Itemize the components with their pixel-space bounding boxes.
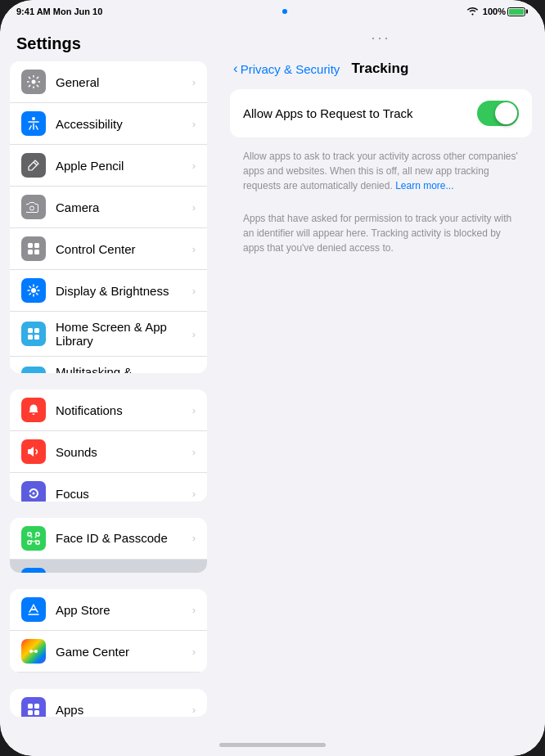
sidebar-item-apps[interactable]: Apps › bbox=[10, 689, 207, 717]
svg-rect-23 bbox=[28, 541, 31, 544]
back-chevron-icon: ‹ bbox=[233, 61, 238, 77]
sidebar-item-app-store[interactable]: App Store › bbox=[10, 589, 207, 631]
status-time: 9:41 AM Mon Jun 10 bbox=[16, 7, 102, 16]
accessibility-chevron: › bbox=[192, 118, 196, 130]
sidebar-item-control-center[interactable]: Control Center › bbox=[10, 228, 207, 270]
game-center-chevron: › bbox=[192, 646, 196, 658]
home-screen-icon bbox=[21, 322, 46, 346]
svg-point-1 bbox=[32, 117, 35, 120]
sidebar-item-accessibility[interactable]: Accessibility › bbox=[10, 103, 207, 145]
accessibility-label: Accessibility bbox=[56, 117, 123, 131]
panel-title: Tracking bbox=[351, 61, 408, 77]
sidebar-item-multitasking[interactable]: Multitasking & Gestures › bbox=[10, 357, 207, 373]
svg-rect-31 bbox=[28, 704, 33, 709]
general-icon bbox=[21, 70, 46, 94]
allow-apps-toggle[interactable] bbox=[477, 101, 519, 126]
sidebar-item-general[interactable]: General › bbox=[10, 61, 207, 103]
back-label: Privacy & Security bbox=[241, 62, 340, 76]
focus-chevron: › bbox=[192, 488, 196, 500]
sidebar-item-sounds[interactable]: Sounds › bbox=[10, 431, 207, 473]
sounds-chevron: › bbox=[192, 446, 196, 458]
status-right: 100% bbox=[466, 7, 525, 17]
sidebar-item-camera[interactable]: Camera › bbox=[10, 187, 207, 228]
svg-rect-3 bbox=[28, 243, 33, 248]
wifi-icon bbox=[466, 7, 479, 17]
sidebar-item-face-id[interactable]: Face ID & Passcode › bbox=[10, 518, 207, 560]
sidebar-group-1: General › Accessibility › bbox=[10, 61, 207, 373]
focus-icon bbox=[21, 481, 46, 501]
sidebar-item-home-screen[interactable]: Home Screen & App Library › bbox=[10, 312, 207, 357]
svg-rect-34 bbox=[34, 710, 39, 715]
toggle-knob bbox=[495, 102, 517, 124]
general-chevron: › bbox=[192, 76, 196, 88]
sidebar-item-game-center[interactable]: Game Center › bbox=[10, 631, 207, 673]
panel-body: Allow Apps to Request to Track Allow app… bbox=[217, 89, 545, 733]
svg-point-0 bbox=[32, 80, 36, 84]
home-screen-chevron: › bbox=[192, 328, 196, 340]
display-brightness-icon bbox=[21, 278, 46, 303]
sounds-label: Sounds bbox=[56, 445, 97, 459]
description-1-text: Allow apps to ask to track your activity… bbox=[243, 149, 519, 193]
home-bar bbox=[219, 743, 326, 747]
apps-label: Apps bbox=[56, 703, 83, 717]
sidebar-group-4: App Store › Game Center › bbox=[10, 589, 207, 673]
control-center-label: Control Center bbox=[56, 242, 136, 256]
sidebar-item-apple-pencil[interactable]: Apple Pencil › bbox=[10, 145, 207, 187]
svg-point-19 bbox=[33, 493, 35, 495]
sidebar-group-3: Face ID & Passcode › Privacy & Security … bbox=[10, 518, 207, 574]
focus-label: Focus bbox=[56, 487, 89, 501]
sidebar-group-5: Apps › bbox=[10, 689, 207, 717]
sidebar-item-display-brightness[interactable]: Display & Brightness › bbox=[10, 270, 207, 312]
battery: 100% bbox=[483, 7, 525, 16]
status-bar: 9:41 AM Mon Jun 10 100% bbox=[0, 0, 545, 23]
sidebar-group-2: Notifications › Sounds › bbox=[10, 389, 207, 501]
svg-rect-8 bbox=[28, 328, 33, 333]
svg-rect-9 bbox=[34, 328, 39, 333]
app-store-chevron: › bbox=[192, 604, 196, 616]
game-center-label: Game Center bbox=[56, 645, 129, 659]
right-panel: ··· ‹ Privacy & Security Tracking Allow … bbox=[217, 23, 545, 733]
accessibility-icon bbox=[21, 111, 46, 136]
sounds-icon bbox=[21, 439, 46, 464]
home-screen-label: Home Screen & App Library bbox=[56, 320, 182, 348]
status-dot bbox=[282, 9, 287, 14]
notifications-icon bbox=[21, 398, 46, 422]
description-2-text: Apps that have asked for permission to t… bbox=[243, 211, 519, 255]
sidebar-item-notifications[interactable]: Notifications › bbox=[10, 389, 207, 431]
camera-label: Camera bbox=[56, 200, 99, 214]
learn-more-link[interactable]: Learn more... bbox=[395, 180, 453, 191]
sidebar: Settings General › bbox=[0, 23, 217, 733]
svg-point-7 bbox=[31, 288, 36, 293]
svg-rect-11 bbox=[34, 335, 39, 340]
back-button[interactable]: ‹ Privacy & Security bbox=[233, 61, 340, 77]
face-id-label: Face ID & Passcode bbox=[56, 531, 168, 545]
svg-rect-24 bbox=[36, 541, 39, 544]
sidebar-item-focus[interactable]: Focus › bbox=[10, 473, 207, 501]
camera-icon bbox=[21, 195, 46, 219]
apps-chevron: › bbox=[192, 704, 196, 716]
svg-rect-5 bbox=[28, 250, 33, 254]
control-center-icon bbox=[21, 236, 46, 261]
panel-header: ‹ Privacy & Security Tracking bbox=[217, 48, 545, 89]
privacy-security-icon bbox=[21, 568, 46, 574]
battery-icon bbox=[507, 7, 525, 16]
svg-rect-32 bbox=[34, 704, 39, 709]
display-brightness-label: Display & Brightness bbox=[56, 284, 169, 298]
control-center-chevron: › bbox=[192, 243, 196, 255]
svg-point-2 bbox=[30, 206, 34, 210]
app-store-label: App Store bbox=[56, 603, 110, 617]
svg-rect-10 bbox=[28, 335, 33, 340]
sidebar-item-privacy-security[interactable]: Privacy & Security › bbox=[10, 560, 207, 574]
apps-icon bbox=[21, 697, 46, 717]
apple-pencil-icon bbox=[21, 153, 46, 178]
allow-apps-card: Allow Apps to Request to Track bbox=[230, 89, 532, 137]
svg-rect-33 bbox=[28, 710, 33, 715]
svg-point-25 bbox=[31, 536, 33, 538]
notifications-chevron: › bbox=[192, 404, 196, 416]
multitasking-icon bbox=[21, 367, 46, 373]
camera-chevron: › bbox=[192, 201, 196, 214]
app-store-icon bbox=[21, 597, 46, 622]
description-block-2: Apps that have asked for permission to t… bbox=[230, 206, 532, 268]
dots-menu[interactable]: ··· bbox=[217, 23, 545, 48]
svg-rect-22 bbox=[36, 533, 39, 536]
